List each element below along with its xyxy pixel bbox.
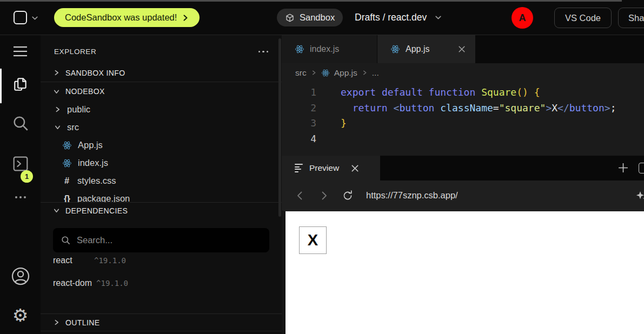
section-sandbox-info[interactable]: SANDBOX INFO xyxy=(41,64,282,82)
dependency-name: react-dom xyxy=(53,278,92,288)
file-item-index-js[interactable]: index.js xyxy=(41,154,282,172)
plus-icon xyxy=(618,162,629,173)
chevron-down-icon xyxy=(53,88,60,95)
add-preview-button[interactable] xyxy=(618,162,629,176)
back-button[interactable] xyxy=(288,190,312,201)
breadcrumb-symbol[interactable]: ... xyxy=(372,68,379,78)
preview-list-icon xyxy=(295,164,303,172)
dependency-row-react-dom[interactable]: react-dom ^19.1.0 xyxy=(41,275,282,291)
dependency-search-box xyxy=(53,228,269,252)
preview-tab[interactable]: Preview xyxy=(282,156,380,181)
code-line[interactable]: 1export default function Square() { xyxy=(282,85,644,101)
activity-bar: 1 ⚙ xyxy=(0,35,41,334)
hamburger-menu-icon xyxy=(13,46,28,57)
search-icon xyxy=(11,114,30,132)
workspace-breadcrumb[interactable]: Drafts / react.dev xyxy=(355,0,442,35)
editor-breadcrumb[interactable]: src App.js ... xyxy=(282,63,644,82)
chevron-right-icon xyxy=(53,69,60,76)
folder-label: public xyxy=(67,104,90,115)
main-menu-button[interactable] xyxy=(0,46,41,57)
file-item-package-json[interactable]: {} package.json xyxy=(41,190,282,202)
dependency-name: react xyxy=(53,256,90,265)
gear-icon: ⚙ xyxy=(12,306,29,324)
code-line[interactable]: 4 xyxy=(282,131,644,147)
dependency-row-react[interactable]: react ^19.1.0 xyxy=(41,252,282,269)
share-button[interactable]: Sha xyxy=(618,8,644,28)
breadcrumb-folder[interactable]: src xyxy=(295,68,307,78)
sandbox-type-badge[interactable]: Sandbox xyxy=(277,9,343,26)
explorer-view-button[interactable] xyxy=(0,76,41,92)
file-item-styles-css[interactable]: # styles.css xyxy=(41,172,282,190)
preview-url[interactable]: https://77sznp.csb.app/ xyxy=(366,190,458,201)
window-top-edge xyxy=(0,0,622,2)
code-text: export default function Square() { xyxy=(316,85,540,101)
section-label: NODEBOX xyxy=(65,87,105,96)
css-file-icon: # xyxy=(62,176,71,186)
explorer-more-actions-button[interactable] xyxy=(258,51,269,53)
section-label: DEPENDENCIES xyxy=(65,206,128,215)
folder-item-public[interactable]: public xyxy=(41,101,282,118)
folder-label: src xyxy=(67,122,79,132)
close-icon xyxy=(351,164,359,172)
codesandbox-logo-icon[interactable] xyxy=(14,11,27,24)
chevron-down-icon[interactable] xyxy=(434,14,442,22)
ellipsis-icon xyxy=(15,196,26,198)
section-label: OUTLINE xyxy=(65,318,99,327)
line-number: 3 xyxy=(282,116,316,131)
update-banner-button[interactable]: CodeSandbox was updated! xyxy=(54,8,200,27)
code-line[interactable]: 3} xyxy=(282,116,644,131)
top-bar: CodeSandbox was updated! Sandbox Drafts … xyxy=(0,0,644,35)
react-icon xyxy=(295,44,304,54)
section-label: SANDBOX INFO xyxy=(65,69,125,77)
dependency-search-input[interactable] xyxy=(77,235,262,245)
tab-close-button[interactable] xyxy=(458,45,466,53)
section-nodebox[interactable]: NODEBOX xyxy=(41,82,282,101)
line-number: 2 xyxy=(282,101,316,116)
breadcrumb-file[interactable]: App.js xyxy=(334,68,357,78)
dependency-version: ^19.1.0 xyxy=(96,279,128,288)
folder-item-src[interactable]: src xyxy=(41,118,282,136)
chevron-down-icon xyxy=(53,207,60,214)
more-views-button[interactable] xyxy=(0,196,41,198)
preview-close-button[interactable] xyxy=(351,164,359,172)
chevron-right-icon xyxy=(311,70,317,76)
code-editor[interactable]: 1export default function Square() {2 ret… xyxy=(282,82,644,156)
open-in-new-window-button[interactable] xyxy=(639,163,644,173)
react-icon xyxy=(390,44,400,54)
vscode-button[interactable]: VS Code xyxy=(554,8,612,28)
explorer-header: EXPLORER xyxy=(41,35,282,64)
codesandbox-window: CodeSandbox was updated! Sandbox Drafts … xyxy=(0,0,644,334)
explorer-scrollbar[interactable] xyxy=(278,38,281,217)
settings-button[interactable]: ⚙ xyxy=(0,306,41,324)
preview-browser-bar: https://77sznp.csb.app/ xyxy=(282,181,644,210)
refresh-button[interactable] xyxy=(336,190,360,202)
square-button[interactable]: X xyxy=(299,226,327,254)
tab-label: App.js xyxy=(406,44,429,54)
section-outline[interactable]: OUTLINE xyxy=(41,313,282,331)
search-view-button[interactable] xyxy=(0,114,41,132)
forward-button[interactable] xyxy=(312,190,336,201)
section-dependencies[interactable]: DEPENDENCIES xyxy=(41,202,282,218)
tab-label: index.js xyxy=(310,44,339,54)
ai-sparkle-icon[interactable] xyxy=(635,189,644,204)
user-avatar[interactable]: A xyxy=(512,7,533,29)
code-text xyxy=(316,131,341,147)
react-icon xyxy=(62,141,72,150)
code-line[interactable]: 2 return <button className="square">X</b… xyxy=(282,101,644,116)
tab-index-js[interactable]: index.js xyxy=(282,35,377,63)
breadcrumb-text: Drafts / react.dev xyxy=(355,12,427,23)
tab-app-js[interactable]: App.js xyxy=(377,35,476,63)
file-tree: public src App.js index.js # styles.css xyxy=(41,101,282,202)
terminal-view-button[interactable] xyxy=(0,155,41,172)
logo-menu-chevron-down-icon[interactable] xyxy=(31,14,39,24)
file-label: index.js xyxy=(78,158,108,168)
explorer-panel: EXPLORER SANDBOX INFO NODEBOX public src xyxy=(41,35,282,334)
account-button[interactable] xyxy=(0,266,41,286)
update-banner-label: CodeSandbox was updated! xyxy=(65,12,177,23)
file-label: package.json xyxy=(77,193,130,202)
file-item-app-js[interactable]: App.js xyxy=(41,136,282,154)
chevron-right-icon xyxy=(318,190,329,201)
file-label: styles.css xyxy=(77,176,116,186)
cube-icon xyxy=(285,13,295,23)
chevron-right-icon xyxy=(182,14,189,22)
